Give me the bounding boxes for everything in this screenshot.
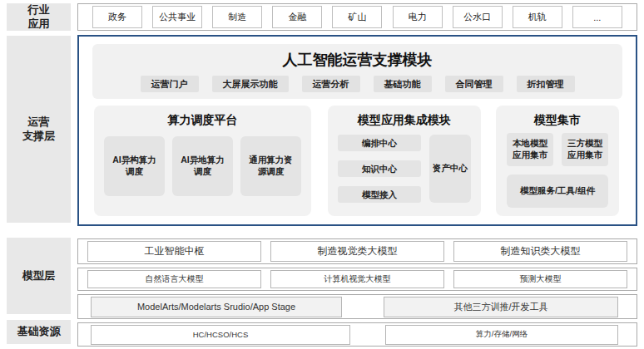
ai-platform-architecture-diagram: 行业 应用 运营 支撑层 模型层 基础资源 政务 公共事业 制造 金融 矿山 电… xyxy=(0,0,644,349)
industrial-intelligence-hub: 工业智能中枢 xyxy=(87,241,261,262)
ai-remote-compute-scheduling: AI异地算力调度 xyxy=(172,136,233,196)
prediction-large-model: 预测大模型 xyxy=(453,270,627,288)
function-discount-management: 折扣管理 xyxy=(517,76,575,92)
function-dashboard-display: 大屏展示功能 xyxy=(212,76,289,92)
operation-support-container: 人工智能运营支撑模块 运营门户 大屏展示功能 运营分析 基础功能 合同管理 折扣… xyxy=(77,35,637,226)
industry-item-power: 电力 xyxy=(393,6,443,28)
ai-heterogeneous-compute-scheduling: AI异构算力调度 xyxy=(104,136,165,196)
model-marketplace: 模型集市 本地模型应用集市 三方模型应用集市 模型服务/工具/组件 xyxy=(496,106,619,216)
integration-left-column: 编排中心 知识中心 模型接入 xyxy=(338,135,421,203)
industry-item-utilities: 公共事业 xyxy=(152,6,202,28)
integration-body: 编排中心 知识中心 模型接入 资产中心 xyxy=(328,128,481,203)
industry-item-more: ... xyxy=(572,6,622,28)
industry-item-finance: 金融 xyxy=(272,6,322,28)
industry-item-manufacturing: 制造 xyxy=(212,6,262,28)
model-app-integration-module: 模型应用集成模块 编排中心 知识中心 模型接入 资产中心 xyxy=(328,106,481,216)
support-functions-row: 运营门户 大屏展示功能 运营分析 基础功能 合同管理 折扣管理 xyxy=(92,76,622,92)
function-operation-analysis: 运营分析 xyxy=(302,76,360,92)
manufacturing-vision-large-model: 制造视觉类大模型 xyxy=(270,241,444,262)
model-layer-row-1: 工业智能中枢 制造视觉类大模型 制造知识类大模型 xyxy=(77,238,637,264)
compute-scheduling-platform-title: 算力调度平台 xyxy=(94,106,311,128)
knowledge-center: 知识中心 xyxy=(338,160,421,177)
asset-center: 资产中心 xyxy=(429,135,471,203)
model-app-integration-module-title: 模型应用集成模块 xyxy=(328,106,481,128)
industry-item-water-port: 公水口 xyxy=(453,6,503,28)
marketplace-top-row: 本地模型应用集市 三方模型应用集市 xyxy=(496,128,619,166)
compute-storage-network: 算力/存储/网络 xyxy=(385,325,618,345)
cv-large-model: 计算机视觉大模型 xyxy=(270,270,444,288)
model-layer-row-2: 自然语言大模型 计算机视觉大模型 预测大模型 xyxy=(77,268,637,291)
manufacturing-knowledge-large-model: 制造知识类大模型 xyxy=(453,241,627,262)
base-resource-row: HC/HCSO/HCS 算力/存储/网络 xyxy=(77,322,637,347)
function-contract-management: 合同管理 xyxy=(445,76,503,92)
base-resource-layer-label: 基础资源 xyxy=(7,320,71,344)
model-layer-row-3: ModelArts/Modelarts Srudio/App Stage 其他三… xyxy=(77,294,637,319)
hc-hcso-hcs: HC/HCSO/HCS xyxy=(91,325,350,345)
function-basic: 基础功能 xyxy=(374,76,432,92)
industry-apps-container: 政务 公共事业 制造 金融 矿山 电力 公水口 机轨 ... xyxy=(77,3,637,31)
model-services-tools-components: 模型服务/工具/组件 xyxy=(507,174,608,208)
local-model-app-market: 本地模型应用集市 xyxy=(507,133,553,166)
compute-scheduling-platform: 算力调度平台 AI异构算力调度 AI异地算力调度 通用算力资源调度 xyxy=(94,106,311,216)
ai-operation-support-module: 人工智能运营支撑模块 运营门户 大屏展示功能 运营分析 基础功能 合同管理 折扣… xyxy=(92,44,622,99)
compute-boxes-row: AI异构算力调度 AI异地算力调度 通用算力资源调度 xyxy=(94,128,311,196)
third-party-model-app-market: 三方模型应用集市 xyxy=(562,133,608,166)
industry-item-government: 政务 xyxy=(92,6,142,28)
modelarts-appstage-tools: ModelArts/Modelarts Srudio/App Stage xyxy=(91,297,342,317)
ai-operation-support-module-title: 人工智能运营支撑模块 xyxy=(92,44,622,70)
general-compute-resource-scheduling: 通用算力资源调度 xyxy=(240,136,301,196)
model-marketplace-title: 模型集市 xyxy=(496,106,619,128)
nlp-large-model: 自然语言大模型 xyxy=(87,270,261,288)
industry-layer-label: 行业 应用 xyxy=(7,3,71,31)
orchestration-center: 编排中心 xyxy=(338,135,421,151)
operation-support-layer-label: 运营 支撑层 xyxy=(7,36,71,223)
industry-item-airport-rail: 机轨 xyxy=(513,6,562,28)
model-layer-label: 模型层 xyxy=(7,238,71,314)
industry-item-mining: 矿山 xyxy=(332,6,382,28)
function-operation-portal: 运营门户 xyxy=(141,76,199,92)
third-party-training-dev-tools: 其他三方训推/开发工具 xyxy=(384,297,618,317)
model-access: 模型接入 xyxy=(338,186,421,203)
